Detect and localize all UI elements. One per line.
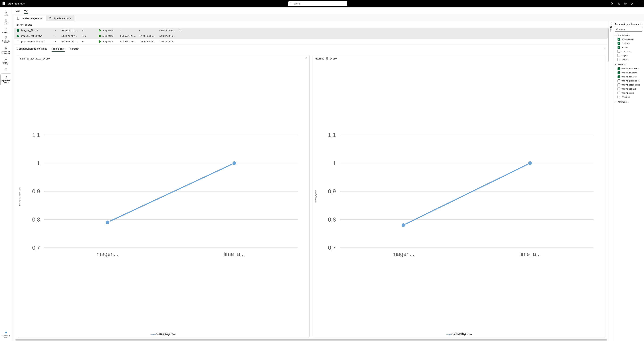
chevron-right-icon[interactable] xyxy=(640,23,642,26)
option-checkbox[interactable] xyxy=(618,84,620,86)
table-row[interactable]: plum_coconut_9hxv36j4 ⋯ 5/8/2023 1:07 … … xyxy=(14,39,608,44)
svg-point-49 xyxy=(401,223,405,227)
option-checkbox[interactable] xyxy=(618,88,620,90)
option-checkbox[interactable] xyxy=(618,38,620,41)
metrics-tab-rendimiento[interactable]: Rendimiento xyxy=(52,46,65,52)
table-scrollbar[interactable] xyxy=(608,28,608,62)
tab-inicio[interactable]: Inicio xyxy=(15,9,20,14)
run-name: lime_ant_lftkvzx6 xyxy=(21,29,54,32)
row-checkbox[interactable] xyxy=(17,35,19,37)
option-checkbox[interactable] xyxy=(618,54,620,57)
column-option[interactable]: training_precision_s xyxy=(615,79,642,83)
column-option[interactable]: training_f1_score xyxy=(615,71,642,75)
edit-icon[interactable] xyxy=(304,57,307,60)
metrics-tab-formacion[interactable]: Formación xyxy=(69,46,79,52)
settings-icon[interactable] xyxy=(616,1,622,7)
left-rail: Inicio Crear Examinar Centro de datos Ce… xyxy=(0,8,12,341)
rail-monitor[interactable]: Centro de supervisión xyxy=(0,45,12,56)
rail-data-science[interactable]: Ciencia de datos xyxy=(0,329,12,340)
column-option[interactable]: Modelo xyxy=(615,58,642,62)
rail-browse[interactable]: Examinar xyxy=(0,26,12,35)
filters-label[interactable]: Filtros xyxy=(610,26,612,32)
column-option[interactable]: Origen xyxy=(615,54,642,58)
chevron-left-icon[interactable] xyxy=(610,22,612,25)
list-icon xyxy=(48,17,52,20)
rail-home[interactable]: Inicio xyxy=(0,9,12,17)
column-option[interactable]: training_recall_score xyxy=(615,83,642,87)
search-input[interactable] xyxy=(294,3,346,5)
panel-search-input[interactable] xyxy=(619,28,644,31)
avatar[interactable] xyxy=(637,1,642,6)
option-label: Precisión xyxy=(622,96,630,98)
rail-data-hub[interactable]: Centro de datos xyxy=(0,35,12,45)
duration: 5 s xyxy=(82,29,98,32)
option-checkbox[interactable] xyxy=(618,50,620,53)
app-launcher-icon[interactable] xyxy=(2,2,5,5)
svg-text:magen...: magen... xyxy=(392,251,414,257)
option-checkbox[interactable] xyxy=(618,80,620,82)
subtab-run-details[interactable]: Detalles de ejecución xyxy=(14,15,46,21)
rail-label: Centro de datos xyxy=(0,40,12,44)
duration: 5 s xyxy=(82,40,98,43)
column-option[interactable]: Creado por xyxy=(615,50,642,54)
option-checkbox[interactable] xyxy=(618,96,620,98)
group-header[interactable]: Métricas xyxy=(615,63,642,66)
option-label: Hora de inicio xyxy=(622,38,634,41)
feedback-icon[interactable] xyxy=(629,1,635,7)
column-option[interactable]: training_log_loss xyxy=(615,75,642,79)
notifications-icon[interactable] xyxy=(609,1,615,7)
option-label: Modelo xyxy=(622,58,628,61)
column-option[interactable]: training_accuracy_s xyxy=(615,67,642,71)
status-success-icon: ✓ xyxy=(98,29,101,32)
option-checkbox[interactable] xyxy=(618,76,620,78)
group-header[interactable]: Propiedades xyxy=(615,34,642,37)
column-option[interactable]: Estado xyxy=(615,45,642,50)
rail-create[interactable]: Crear xyxy=(0,17,12,26)
chevron-down-icon[interactable] xyxy=(603,48,606,50)
option-checkbox[interactable] xyxy=(618,58,620,61)
rail-people[interactable] xyxy=(0,66,12,73)
svg-text:0,9: 0,9 xyxy=(32,188,40,195)
svg-text:0,9: 0,9 xyxy=(328,188,336,195)
filters-sidebar-collapsed: Filtros xyxy=(609,21,613,341)
rail-workspaces[interactable]: Áreas de trabajo xyxy=(0,56,12,66)
svg-point-5 xyxy=(631,3,633,5)
option-checkbox[interactable] xyxy=(618,67,620,70)
column-option[interactable]: Precisión xyxy=(615,95,642,99)
option-checkbox[interactable] xyxy=(618,71,620,74)
table-row[interactable]: lime_ant_lftkvzx6 ⋯ 5/8/2023 2:52 … 5 s … xyxy=(14,28,608,33)
option-checkbox[interactable] xyxy=(618,46,620,49)
option-checkbox[interactable] xyxy=(618,92,620,94)
more-icon[interactable]: ⋯ xyxy=(54,40,62,43)
horizontal-scrollbar[interactable] xyxy=(15,339,607,340)
x-axis-label: Nombre de ejecución xyxy=(21,332,308,335)
rail-experiment-churn[interactable]: experiment-churn xyxy=(0,75,12,85)
row-checkbox[interactable] xyxy=(17,29,19,32)
group-header[interactable]: Parámetros xyxy=(615,101,642,103)
rail-label: Crear xyxy=(4,23,8,25)
column-option[interactable]: training_roc auc xyxy=(615,87,642,91)
svg-point-19 xyxy=(49,19,50,19)
flask-icon xyxy=(5,76,8,79)
column-option[interactable]: Duración xyxy=(615,41,642,45)
more-icon[interactable]: ⋯ xyxy=(54,35,62,37)
top-header: experiment-churn xyxy=(0,0,644,8)
subtab-run-list[interactable]: Lista de ejecución xyxy=(46,15,74,21)
search-icon xyxy=(290,3,292,5)
tab-ver[interactable]: Ver xyxy=(24,9,28,14)
y-axis-label: training_accuracy_score xyxy=(18,62,21,331)
global-search[interactable] xyxy=(288,1,347,6)
column-option[interactable]: Hora de inicio xyxy=(615,37,642,41)
row-checkbox[interactable] xyxy=(17,40,19,43)
option-checkbox[interactable] xyxy=(618,42,620,45)
svg-text:0,8: 0,8 xyxy=(328,216,336,223)
column-option[interactable]: training_score xyxy=(615,91,642,95)
option-label: training_log_loss xyxy=(622,76,637,78)
more-icon[interactable]: ⋯ xyxy=(54,29,62,32)
panel-search[interactable] xyxy=(615,27,642,32)
svg-point-11 xyxy=(6,48,6,49)
duration: 10 s xyxy=(82,35,98,37)
table-row[interactable]: magenta_pot_509tfyd4 ⋯ 5/8/2023 2:52 … 1… xyxy=(14,33,608,39)
data-hub-icon xyxy=(4,36,8,39)
help-icon[interactable] xyxy=(622,1,628,7)
